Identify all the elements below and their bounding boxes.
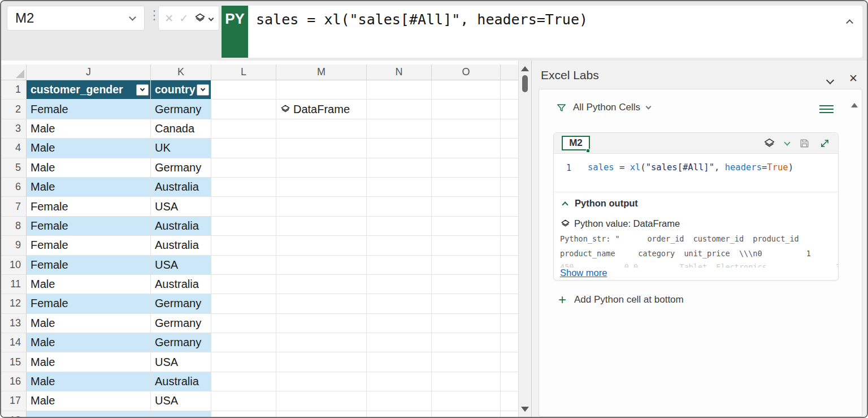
python-object-icon[interactable] bbox=[763, 137, 775, 149]
pane-collapse-icon[interactable] bbox=[827, 75, 833, 85]
cell-K15[interactable]: USA bbox=[151, 352, 211, 372]
cell-N5[interactable] bbox=[367, 158, 432, 178]
filter-dropdown-K1[interactable] bbox=[197, 84, 209, 96]
cell-M18[interactable] bbox=[276, 411, 367, 417]
row-header-12[interactable]: 12 bbox=[1, 294, 27, 313]
cell-K10[interactable]: USA bbox=[151, 256, 211, 275]
cell-M17[interactable] bbox=[276, 391, 367, 411]
cell-J6[interactable]: Male bbox=[27, 178, 151, 197]
formula-text[interactable]: sales = xl("sales[#All]", headers=True) bbox=[248, 6, 862, 28]
cell-J10[interactable]: Female bbox=[27, 256, 151, 275]
cell-K3[interactable]: Canada bbox=[151, 119, 211, 139]
spreadsheet-grid[interactable]: JKLMNO1customer_gendercountry2FemaleGerm… bbox=[1, 61, 518, 417]
cell-K7[interactable]: USA bbox=[151, 197, 211, 216]
cell-O2[interactable] bbox=[432, 100, 501, 119]
cell-L16[interactable] bbox=[211, 372, 276, 391]
cell-M6[interactable] bbox=[276, 178, 367, 197]
cell-L12[interactable] bbox=[211, 294, 276, 313]
cell-K9[interactable]: Australia bbox=[151, 236, 211, 255]
cell-J17[interactable]: Male bbox=[27, 391, 151, 411]
cell-J18[interactable] bbox=[27, 411, 151, 417]
cell-O17[interactable] bbox=[432, 391, 501, 411]
cell-J3[interactable]: Male bbox=[27, 119, 151, 139]
column-header-L[interactable]: L bbox=[211, 64, 276, 80]
cell-M5[interactable] bbox=[276, 158, 367, 178]
cell-J16[interactable]: Male bbox=[27, 372, 151, 391]
pane-scroll-up-icon[interactable] bbox=[851, 103, 858, 107]
cell-O9[interactable] bbox=[432, 236, 501, 255]
row-header-15[interactable]: 15 bbox=[1, 352, 27, 372]
cell-O4[interactable] bbox=[432, 139, 501, 158]
cell-L3[interactable] bbox=[211, 119, 276, 139]
cell-L8[interactable] bbox=[211, 217, 276, 236]
cell-K4[interactable]: UK bbox=[151, 139, 211, 158]
scroll-down-icon[interactable] bbox=[521, 407, 529, 412]
filter-dropdown-J1[interactable] bbox=[136, 84, 149, 96]
row-header-16[interactable]: 16 bbox=[1, 372, 27, 391]
cell-K1[interactable]: country bbox=[151, 80, 211, 100]
cell-M1[interactable] bbox=[276, 80, 367, 100]
cell-N6[interactable] bbox=[367, 178, 432, 197]
cell-L15[interactable] bbox=[211, 352, 276, 372]
row-header-11[interactable]: 11 bbox=[1, 275, 27, 294]
cell-M10[interactable] bbox=[276, 256, 367, 275]
output-type-chevron-icon[interactable] bbox=[784, 139, 790, 145]
row-header-10[interactable]: 10 bbox=[1, 256, 27, 275]
select-all-corner[interactable] bbox=[1, 64, 27, 80]
cell-L11[interactable] bbox=[211, 275, 276, 294]
cell-N15[interactable] bbox=[367, 352, 432, 372]
cell-L5[interactable] bbox=[211, 158, 276, 178]
cell-N4[interactable] bbox=[367, 139, 432, 158]
cell-O11[interactable] bbox=[432, 275, 501, 294]
cell-L1[interactable] bbox=[211, 80, 276, 100]
cell-N14[interactable] bbox=[367, 333, 432, 352]
row-header-8[interactable]: 8 bbox=[1, 217, 27, 236]
scroll-up-icon[interactable] bbox=[521, 66, 529, 71]
output-collapse-toggle[interactable]: Python output bbox=[563, 198, 638, 209]
cell-N12[interactable] bbox=[367, 294, 432, 313]
cell-N3[interactable] bbox=[367, 119, 432, 139]
cell-O16[interactable] bbox=[432, 372, 501, 391]
cell-O5[interactable] bbox=[432, 158, 501, 178]
row-header-1[interactable]: 1 bbox=[1, 80, 27, 100]
cell-O3[interactable] bbox=[432, 119, 501, 139]
close-icon[interactable]: ✕ bbox=[849, 72, 858, 85]
row-header-4[interactable]: 4 bbox=[1, 139, 27, 158]
cell-L7[interactable] bbox=[211, 197, 276, 216]
row-header-6[interactable]: 6 bbox=[1, 178, 27, 197]
cell-M3[interactable] bbox=[276, 119, 367, 139]
cell-O10[interactable] bbox=[432, 256, 501, 275]
cell-O12[interactable] bbox=[432, 294, 501, 313]
cell-M16[interactable] bbox=[276, 372, 367, 391]
python-object-icon[interactable] bbox=[194, 12, 206, 24]
cell-J5[interactable]: Male bbox=[27, 158, 151, 178]
cell-J4[interactable]: Male bbox=[27, 139, 151, 158]
row-header-7[interactable]: 7 bbox=[1, 197, 27, 216]
cell-K12[interactable]: Germany bbox=[151, 294, 211, 313]
cell-J7[interactable]: Female bbox=[27, 197, 151, 216]
filter-chevron-icon[interactable] bbox=[646, 104, 652, 110]
row-header-17[interactable]: 17 bbox=[1, 391, 27, 411]
row-header-2[interactable]: 2 bbox=[1, 100, 27, 119]
column-header-K[interactable]: K bbox=[151, 64, 211, 80]
cell-L10[interactable] bbox=[211, 256, 276, 275]
code-editor[interactable]: 1 sales = xl("sales[#All]", headers=True… bbox=[554, 154, 838, 192]
show-more-link[interactable]: Show more bbox=[560, 268, 607, 278]
save-icon[interactable] bbox=[799, 138, 810, 149]
cell-K8[interactable]: Australia bbox=[151, 217, 211, 236]
cell-L6[interactable] bbox=[211, 178, 276, 197]
enter-icon[interactable]: ✓ bbox=[179, 12, 188, 25]
code-line[interactable]: sales = xl("sales[#All]", headers=True) bbox=[588, 162, 793, 173]
cell-N10[interactable] bbox=[367, 256, 432, 275]
cell-J8[interactable]: Female bbox=[27, 217, 151, 236]
cell-M2[interactable]: DataFrame bbox=[276, 100, 367, 119]
cell-N18[interactable] bbox=[367, 411, 432, 417]
cell-L4[interactable] bbox=[211, 139, 276, 158]
row-header-9[interactable]: 9 bbox=[1, 236, 27, 255]
row-header-18[interactable]: 18 bbox=[1, 411, 27, 417]
cell-J2[interactable]: Female bbox=[27, 100, 151, 119]
column-header-M[interactable]: M bbox=[276, 64, 367, 80]
cancel-icon[interactable]: ✕ bbox=[164, 12, 173, 25]
cell-reference-chip[interactable]: M2 bbox=[562, 136, 590, 150]
cell-L18[interactable] bbox=[211, 411, 276, 417]
